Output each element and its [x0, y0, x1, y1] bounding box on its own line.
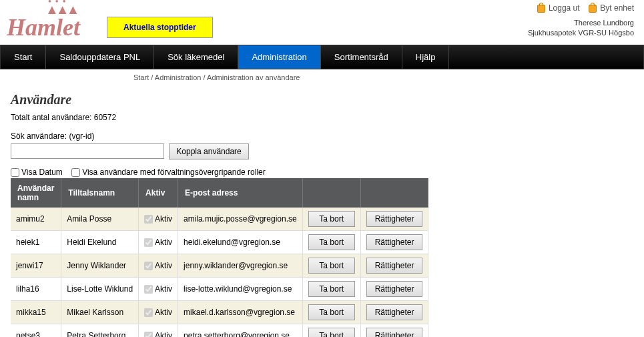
th-actions2 — [360, 178, 428, 208]
cell-rights: Rättigheter — [360, 254, 428, 278]
cell-aktiv: Aktiv — [139, 208, 178, 231]
aktiv-label: Aktiv — [155, 214, 172, 224]
table-row: amimu2Amila PosseAktivamila.mujic.posse@… — [11, 208, 428, 231]
cell-remove: Ta bort — [302, 324, 360, 337]
rights-button[interactable]: Rättigheter — [366, 281, 423, 297]
stopptider-button[interactable]: Aktuella stopptider — [107, 17, 213, 38]
nav-item-hjälp[interactable]: Hjälp — [402, 45, 450, 69]
th-email: E-post adress — [178, 178, 303, 208]
aktiv-label: Aktiv — [155, 284, 172, 294]
cell-aktiv: Aktiv — [139, 324, 178, 337]
th-actions1 — [302, 178, 360, 208]
table-row: jenwi17Jenny WiklanderAktivjenny.wikland… — [11, 254, 428, 278]
cell-rights: Rättigheter — [360, 278, 428, 301]
cell-username: heiek1 — [11, 231, 61, 254]
cell-username: mikka15 — [11, 301, 61, 324]
aktiv-label: Aktiv — [155, 238, 172, 247]
cell-aktiv: Aktiv — [139, 301, 178, 324]
rights-button[interactable]: Rättigheter — [366, 258, 423, 274]
aktiv-checkbox[interactable] — [144, 238, 153, 247]
th-name: Tilltalsnamn — [61, 178, 139, 208]
lock-icon — [537, 5, 545, 13]
logout-link[interactable]: Logga ut — [537, 3, 580, 13]
cell-name: Heidi Ekelund — [61, 231, 139, 254]
total-count: Totalt antal användare: 60572 — [11, 113, 633, 122]
cell-username: petse3 — [11, 324, 61, 337]
cell-email: jenny.wiklander@vgregion.se — [178, 254, 303, 278]
th-username: Användar namn — [11, 178, 61, 208]
cell-rights: Rättigheter — [360, 301, 428, 324]
cell-remove: Ta bort — [302, 231, 360, 254]
remove-button[interactable]: Ta bort — [308, 304, 355, 320]
change-device-link[interactable]: Byt enhet — [589, 3, 634, 13]
cell-rights: Rättigheter — [360, 324, 428, 337]
aktiv-checkbox[interactable] — [144, 215, 153, 224]
search-label: Sök användare: (vgr-id) — [11, 131, 633, 141]
aktiv-label: Aktiv — [155, 261, 172, 270]
cell-aktiv: Aktiv — [139, 231, 178, 254]
th-aktiv: Aktiv — [139, 178, 178, 208]
remove-button[interactable]: Ta bort — [308, 328, 355, 337]
visa-datum-label[interactable]: Visa Datum — [11, 167, 63, 177]
visa-roller-label[interactable]: Visa användare med förvaltningsövergripa… — [71, 167, 266, 177]
cell-name: Mikael Karlsson — [61, 301, 139, 324]
cell-remove: Ta bort — [302, 301, 360, 324]
rights-button[interactable]: Rättigheter — [366, 234, 423, 250]
user-name: Therese Lundborg — [528, 18, 634, 28]
cell-rights: Rättigheter — [360, 231, 428, 254]
remove-button[interactable]: Ta bort — [308, 234, 355, 250]
breadcrumb: Start / Administration / Administration … — [0, 69, 644, 85]
table-row: petse3Petra SetterborgAktivpetra.setterb… — [11, 324, 428, 337]
cell-name: Jenny Wiklander — [61, 254, 139, 278]
visa-roller-checkbox[interactable] — [71, 168, 80, 177]
nav-item-administration[interactable]: Administration — [238, 45, 320, 69]
cell-email: amila.mujic.posse@vgregion.se — [178, 208, 303, 231]
nav-item-saldouppdatera-pnl[interactable]: Saldouppdatera PNL — [46, 45, 154, 69]
main-nav: StartSaldouppdatera PNLSök läkemedelAdmi… — [0, 45, 644, 69]
unit-name: Sjukhusapotek VGR-SU Högsbo — [528, 28, 634, 38]
table-row: heiek1Heidi EkelundAktivheidi.ekelund@vg… — [11, 231, 428, 254]
cell-username: jenwi17 — [11, 254, 61, 278]
table-row: lilha16Lise-Lotte WiklundAktivlise-lotte… — [11, 278, 428, 301]
remove-button[interactable]: Ta bort — [308, 258, 355, 274]
cell-remove: Ta bort — [302, 208, 360, 231]
cell-aktiv: Aktiv — [139, 254, 178, 278]
cell-username: lilha16 — [11, 278, 61, 301]
search-input[interactable] — [11, 143, 164, 159]
cell-name: Petra Setterborg — [61, 324, 139, 337]
crown-icon: ▲▲▲ — [45, 2, 77, 17]
cell-name: Amila Posse — [61, 208, 139, 231]
table-row: mikka15Mikael KarlssonAktivmikael.d.karl… — [11, 301, 428, 324]
cell-email: petra.setterborg@vgregion.se — [178, 324, 303, 337]
aktiv-checkbox[interactable] — [144, 308, 153, 317]
cell-email: heidi.ekelund@vgregion.se — [178, 231, 303, 254]
cell-aktiv: Aktiv — [139, 278, 178, 301]
aktiv-label: Aktiv — [155, 331, 172, 337]
cell-email: mikael.d.karlsson@vgregion.se — [178, 301, 303, 324]
page-title: Användare — [11, 92, 633, 107]
rights-button[interactable]: Rättigheter — [366, 304, 423, 320]
visa-datum-checkbox[interactable] — [11, 168, 19, 177]
aktiv-checkbox[interactable] — [144, 285, 153, 294]
rights-button[interactable]: Rättigheter — [366, 328, 423, 337]
lock-icon — [589, 5, 597, 13]
users-table: Användar namn Tilltalsnamn Aktiv E-post … — [11, 178, 428, 337]
nav-item-sök-läkemedel[interactable]: Sök läkemedel — [154, 45, 238, 69]
aktiv-checkbox[interactable] — [144, 262, 153, 270]
cell-email: lise-lotte.wiklund@vgregion.se — [178, 278, 303, 301]
cell-rights: Rättigheter — [360, 208, 428, 231]
nav-item-sortimentsråd[interactable]: Sortimentsråd — [321, 45, 402, 69]
cell-remove: Ta bort — [302, 278, 360, 301]
remove-button[interactable]: Ta bort — [308, 211, 355, 227]
koppla-button[interactable]: Koppla användare — [169, 143, 248, 159]
logo: ●●● ▲▲▲ Hamlet — [7, 3, 80, 41]
cell-name: Lise-Lotte Wiklund — [61, 278, 139, 301]
aktiv-label: Aktiv — [155, 308, 172, 317]
nav-item-start[interactable]: Start — [1, 45, 46, 69]
cell-username: amimu2 — [11, 208, 61, 231]
remove-button[interactable]: Ta bort — [308, 281, 355, 297]
aktiv-checkbox[interactable] — [144, 332, 153, 337]
cell-remove: Ta bort — [302, 254, 360, 278]
rights-button[interactable]: Rättigheter — [366, 211, 423, 227]
